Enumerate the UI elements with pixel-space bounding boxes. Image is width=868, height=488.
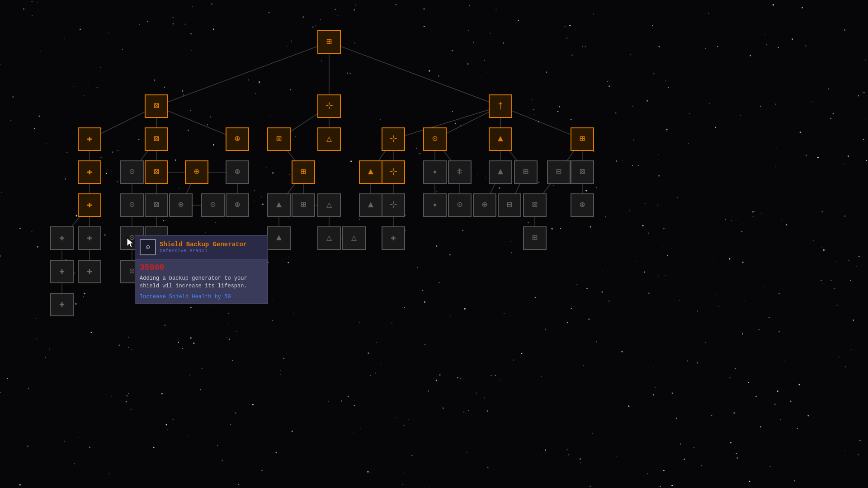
node-l3a[interactable]: ✚ bbox=[78, 160, 101, 184]
node-icon-regen: ⊛ bbox=[235, 135, 240, 144]
node-icon-l3b: ⊙ bbox=[129, 168, 135, 177]
node-r4h[interactable]: ⊛ bbox=[571, 193, 594, 217]
node-l7a[interactable]: ✚ bbox=[50, 293, 74, 316]
node-r3a[interactable]: ▲ bbox=[359, 160, 382, 184]
node-m4b[interactable]: ⊞ bbox=[292, 193, 315, 217]
node-l5a[interactable]: ✚ bbox=[50, 226, 74, 250]
node-mid2a[interactable]: ⊠ bbox=[267, 127, 291, 151]
node-icon-l4d: ⊕ bbox=[178, 201, 184, 210]
node-icon-r4e: ⊕ bbox=[482, 201, 487, 210]
node-l5b[interactable]: ✚ bbox=[78, 226, 101, 250]
tooltip-title: Shield Backup Generator bbox=[160, 241, 247, 248]
node-l3d[interactable]: ⊕ bbox=[185, 160, 208, 184]
node-r3b[interactable]: ⊹ bbox=[382, 160, 405, 184]
node-r2b[interactable]: ⊙ bbox=[423, 127, 447, 151]
node-r4e[interactable]: ⊕ bbox=[473, 193, 496, 217]
node-icon-mid2a: ⊠ bbox=[276, 135, 282, 144]
node-r2a[interactable]: ⊹ bbox=[382, 127, 405, 151]
node-icon-l6b: ✚ bbox=[87, 267, 92, 276]
tooltip-panel: ⊙ Shield Backup Generator Defensive Bran… bbox=[135, 235, 268, 304]
node-icon-r3g: ⊟ bbox=[556, 168, 561, 177]
node-r3c[interactable]: ✦ bbox=[423, 160, 447, 184]
svg-line-0 bbox=[156, 42, 329, 106]
node-mid2b[interactable]: △ bbox=[317, 127, 341, 151]
node-icon-r3d: ❄ bbox=[457, 168, 462, 177]
node-l3e[interactable]: ⊛ bbox=[226, 160, 249, 184]
node-l4f[interactable]: ⊛ bbox=[226, 193, 249, 217]
tooltip-body: 35000 Adding a backup generator to your … bbox=[135, 259, 268, 304]
node-icon-l3d: ⊕ bbox=[194, 168, 199, 177]
node-l4a[interactable]: ✚ bbox=[78, 193, 101, 217]
node-shield2[interactable]: ⊠ bbox=[145, 127, 168, 151]
node-l3c[interactable]: ⊠ bbox=[145, 160, 168, 184]
node-icon-weapon: † bbox=[498, 102, 503, 111]
node-l3b[interactable]: ⊙ bbox=[120, 160, 144, 184]
node-r4a[interactable]: ▲ bbox=[359, 193, 382, 217]
node-regen[interactable]: ⊛ bbox=[226, 127, 249, 151]
node-icon-m5c: △ bbox=[351, 234, 357, 243]
tooltip-branch: Defensive Branch bbox=[160, 248, 247, 253]
node-icon-r4f: ⊟ bbox=[507, 201, 512, 210]
node-r2d[interactable]: ⊞ bbox=[571, 127, 594, 151]
node-icon-r3e: ▲ bbox=[498, 168, 503, 177]
node-m3a[interactable]: ⊞ bbox=[292, 160, 315, 184]
node-root[interactable]: ⊞ bbox=[317, 30, 341, 54]
node-r3d[interactable]: ❄ bbox=[448, 160, 472, 184]
node-icon-m4c: △ bbox=[326, 201, 332, 210]
node-icon-m3a: ⊞ bbox=[301, 168, 306, 177]
node-l4b[interactable]: ⊙ bbox=[120, 193, 144, 217]
node-icon-l4e: ⊙ bbox=[210, 201, 216, 210]
node-icon-r5a: ✚ bbox=[391, 234, 396, 243]
node-r3f[interactable]: ⊞ bbox=[514, 160, 538, 184]
node-icon-l4c: ⊠ bbox=[154, 201, 159, 210]
node-l6a[interactable]: ✚ bbox=[50, 260, 74, 283]
node-icon-mid2b: △ bbox=[326, 135, 332, 144]
node-icon-shield2: ⊠ bbox=[154, 135, 159, 144]
node-icon-l6c: ⊙ bbox=[129, 267, 135, 276]
node-l4e[interactable]: ⊙ bbox=[201, 193, 225, 217]
node-icon-r2b: ⊙ bbox=[432, 135, 438, 144]
node-m5a[interactable]: ▲ bbox=[267, 226, 291, 250]
node-r3h[interactable]: ⊠ bbox=[571, 160, 594, 184]
node-l4c[interactable]: ⊠ bbox=[145, 193, 168, 217]
node-m4a[interactable]: ▲ bbox=[267, 193, 291, 217]
tooltip-header: ⊙ Shield Backup Generator Defensive Bran… bbox=[135, 235, 268, 259]
node-icon-m4a: ▲ bbox=[276, 201, 282, 210]
svg-line-37 bbox=[500, 106, 582, 139]
node-r4f[interactable]: ⊟ bbox=[498, 193, 521, 217]
node-weapon[interactable]: † bbox=[489, 94, 512, 118]
node-mid1[interactable]: ⊹ bbox=[317, 94, 341, 118]
node-icon-r3c: ✦ bbox=[432, 168, 438, 177]
node-icon-r5b: ⊞ bbox=[532, 234, 538, 243]
node-r4c[interactable]: ✦ bbox=[423, 193, 447, 217]
tooltip-effect: Increase Shield Health by 50 bbox=[140, 294, 263, 300]
node-m5b[interactable]: △ bbox=[317, 226, 341, 250]
node-r3g[interactable]: ⊟ bbox=[547, 160, 571, 184]
node-icon-health: ✚ bbox=[87, 135, 92, 144]
node-l4d[interactable]: ⊕ bbox=[169, 193, 193, 217]
node-icon-m5b: △ bbox=[326, 234, 332, 243]
node-icon-l3a: ✚ bbox=[87, 168, 92, 177]
node-icon-r2c: ▲ bbox=[498, 135, 503, 144]
node-r5b[interactable]: ⊞ bbox=[523, 226, 547, 250]
node-r2c[interactable]: ▲ bbox=[489, 127, 512, 151]
node-icon-m5a: ▲ bbox=[276, 234, 282, 243]
node-r4b[interactable]: ⊹ bbox=[382, 193, 405, 217]
node-icon-l4b: ⊙ bbox=[129, 201, 135, 210]
node-r3e[interactable]: ▲ bbox=[489, 160, 512, 184]
node-icon-r4c: ✦ bbox=[432, 201, 438, 210]
node-icon-mid1: ⊹ bbox=[326, 102, 333, 111]
node-r4g[interactable]: ⊠ bbox=[523, 193, 547, 217]
node-icon-r4b: ⊹ bbox=[390, 201, 397, 210]
node-icon-l7a: ✚ bbox=[59, 300, 65, 309]
node-icon-l6a: ✚ bbox=[59, 267, 65, 276]
node-l6b[interactable]: ✚ bbox=[78, 260, 101, 283]
node-icon-r3a: ▲ bbox=[368, 168, 373, 177]
node-shield[interactable]: ⊠ bbox=[145, 94, 168, 118]
node-health[interactable]: ✚ bbox=[78, 127, 101, 151]
node-r5a[interactable]: ✚ bbox=[382, 226, 405, 250]
node-icon-r4a: ▲ bbox=[368, 201, 373, 210]
node-m4c[interactable]: △ bbox=[317, 193, 341, 217]
node-r4d[interactable]: ⊙ bbox=[448, 193, 472, 217]
node-m5c[interactable]: △ bbox=[342, 226, 366, 250]
